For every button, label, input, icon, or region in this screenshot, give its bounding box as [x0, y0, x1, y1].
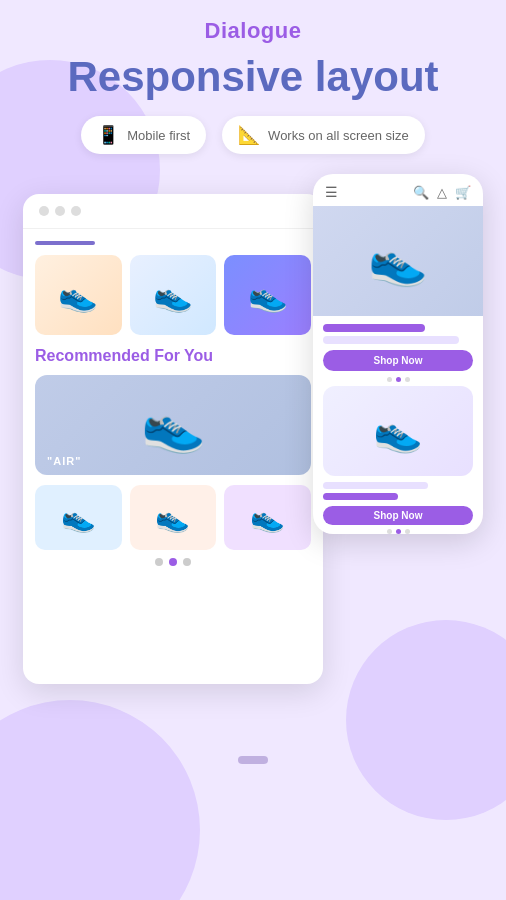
desktop-content: 👟 👟 👟 Recommended For You 👟 "AIR" [23, 229, 323, 578]
bottom-card-3: 👟 [224, 485, 311, 550]
mobile-dot-1b [396, 377, 401, 382]
desktop-scroll-indicator [35, 558, 311, 566]
mobile-header-icons: 🔍 △ 🛒 [413, 185, 471, 200]
recommended-label: Recommended For You [35, 347, 311, 365]
mobile-shoe2: 👟 [323, 386, 473, 476]
app-logo: Dialogue [205, 18, 302, 44]
page-headline: Responsive layout [47, 54, 458, 100]
scroll-dot-2 [169, 558, 177, 566]
feature-pill-screen-size: 📐 Works on all screen size [222, 116, 425, 154]
mobile-dot-1a [387, 377, 392, 382]
mobile-user-icon: △ [437, 185, 447, 200]
bottom-card-1: 👟 [35, 485, 122, 550]
bottom-scroll-dot [238, 756, 268, 764]
mobile-text-bar-gray-1 [323, 336, 459, 344]
mobile-header: ☰ 🔍 △ 🛒 [313, 174, 483, 206]
scroll-dot-3 [183, 558, 191, 566]
mobile-dots-1 [313, 377, 483, 382]
shoe-img-3: 👟 [224, 255, 311, 335]
desktop-titlebar [23, 194, 323, 229]
bottom-shoe-1: 👟 [61, 501, 96, 534]
scroll-dot-1 [155, 558, 163, 566]
mobile-mock: ☰ 🔍 △ 🛒 👟 Shop Now 👟 [313, 174, 483, 534]
desktop-mock: 👟 👟 👟 Recommended For You 👟 "AIR" [23, 194, 323, 684]
mobile-text-bar2-2 [323, 493, 398, 500]
shoe-img-1: 👟 [35, 255, 122, 335]
bottom-shoe-2: 👟 [155, 501, 190, 534]
mobile-dot-2a [387, 529, 392, 534]
desktop-featured-card: 👟 "AIR" [35, 375, 311, 475]
mobile-text-bar-purple [323, 324, 425, 332]
dot-1 [39, 206, 49, 216]
desktop-shoe-grid: 👟 👟 👟 [35, 255, 311, 335]
mobile-hero-shoe: 👟 [313, 206, 483, 316]
bottom-shoe-3: 👟 [250, 501, 285, 534]
dot-3 [71, 206, 81, 216]
desktop-bottom-grid: 👟 👟 👟 [35, 485, 311, 550]
mobile-dot-2b [396, 529, 401, 534]
shoe-img-2: 👟 [130, 255, 217, 335]
page-content: Dialogue Responsive layout 📱 Mobile firs… [0, 0, 506, 774]
featured-shoe-emoji: 👟 [141, 395, 206, 456]
screen-size-icon: 📐 [238, 124, 260, 146]
mobile-search-icon: 🔍 [413, 185, 429, 200]
shoe-card-warm: 👟 [35, 255, 122, 335]
mobile-dot-1c [405, 377, 410, 382]
screens-container: 👟 👟 👟 Recommended For You 👟 "AIR" [23, 174, 483, 774]
mobile-shop-now-button-2[interactable]: Shop Now [323, 506, 473, 525]
mobile-dot-2c [405, 529, 410, 534]
mobile-shop-now-button-1[interactable]: Shop Now [323, 350, 473, 371]
feature-pill-mobile-first: 📱 Mobile first [81, 116, 206, 154]
bottom-card-2: 👟 [130, 485, 217, 550]
mobile-first-label: Mobile first [127, 128, 190, 143]
screen-size-label: Works on all screen size [268, 128, 409, 143]
mobile-dots-2 [323, 529, 473, 534]
mobile-cart-icon: 🛒 [455, 185, 471, 200]
bottom-scroll-indicator [238, 756, 268, 764]
mobile-section2: Shop Now [323, 482, 473, 534]
desktop-nav-bar [35, 241, 95, 245]
features-row: 📱 Mobile first 📐 Works on all screen siz… [81, 116, 425, 154]
air-tag: "AIR" [47, 455, 81, 467]
dot-2 [55, 206, 65, 216]
mobile-text-bar2-1 [323, 482, 428, 489]
mobile-menu-icon: ☰ [325, 184, 338, 200]
shoe-card-blue: 👟 [130, 255, 217, 335]
shoe-card-purple: 👟 [224, 255, 311, 335]
mobile-first-icon: 📱 [97, 124, 119, 146]
